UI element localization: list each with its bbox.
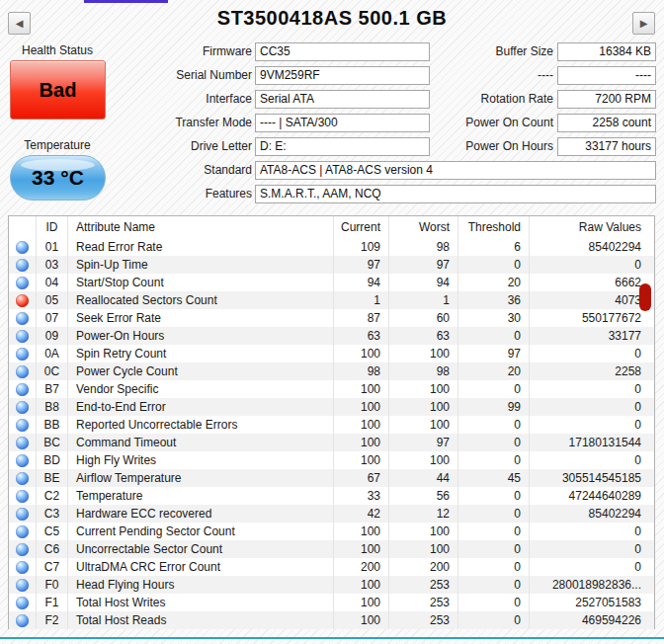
table-row[interactable]: 03Spin-Up Time979700 — [9, 256, 654, 274]
worst-column-header: Worst — [389, 216, 458, 238]
table-row[interactable]: F0Head Flying Hours1002530280018982836..… — [9, 576, 654, 594]
threshold-cell: 30 — [458, 309, 530, 327]
table-row[interactable]: B7Vendor Specific10010000 — [9, 380, 654, 398]
table-row[interactable]: C7UltraDMA CRC Error Count20020000 — [9, 558, 654, 576]
crystaldiskinfo-window: ◀ ST3500418AS 500.1 GB ▶ Health Status B… — [0, 0, 664, 644]
current-cell: 33 — [334, 487, 389, 505]
raw-values-cell: 0 — [530, 256, 654, 274]
current-cell: 109 — [334, 238, 389, 256]
current-column-header: Current — [334, 216, 389, 238]
worst-cell: 100 — [389, 451, 458, 469]
buffer-size-value[interactable]: 16384 KB — [557, 42, 656, 61]
raw-values-cell: 0 — [530, 540, 654, 558]
threshold-cell: 0 — [458, 576, 530, 594]
status-orb-icon — [16, 365, 29, 378]
attribute-name-cell: End-to-End Error — [68, 398, 334, 416]
threshold-cell: 99 — [458, 398, 530, 416]
table-row[interactable]: F1Total Host Writes10025302527051583 — [9, 594, 654, 611]
table-row[interactable]: 07Seek Error Rate876030550177672 — [9, 309, 654, 327]
health-status-badge[interactable]: Bad — [10, 60, 106, 120]
status-cell — [9, 434, 37, 451]
buffer-size-label: Buffer Size — [425, 42, 553, 61]
table-row[interactable]: 09Power-On Hours6363033177 — [9, 327, 654, 345]
table-row[interactable]: C6Uncorrectable Sector Count10010000 — [9, 540, 654, 558]
power-on-count-value[interactable]: 2258 count — [557, 114, 656, 132]
id-cell: 05 — [37, 291, 68, 309]
temperature-badge[interactable]: 33 °C — [10, 155, 106, 201]
worst-cell: 1 — [389, 291, 458, 309]
rotation-rate-value[interactable]: 7200 RPM — [557, 90, 656, 109]
table-row[interactable]: 01Read Error Rate10998685402294 — [9, 238, 654, 256]
firmware-value[interactable]: CC35 — [255, 42, 430, 61]
attribute-name-cell: Spin Retry Count — [68, 345, 334, 362]
status-orb-icon — [16, 330, 29, 343]
raw-values-cell: 469594226 — [530, 611, 654, 629]
status-orb-icon — [16, 437, 29, 449]
transfer-mode-value[interactable]: ---- | SATA/300 — [255, 114, 430, 132]
attribute-name-cell: Current Pending Sector Count — [68, 523, 334, 540]
worst-cell: 200 — [389, 558, 458, 576]
threshold-cell: 0 — [458, 434, 530, 451]
attribute-name-cell: Power-On Hours — [68, 327, 334, 345]
table-row[interactable]: BCCommand Timeout10097017180131544 — [9, 434, 654, 451]
table-row[interactable]: C2Temperature3356047244640289 — [9, 487, 654, 505]
current-cell: 100 — [334, 434, 389, 451]
status-orb-icon — [16, 383, 29, 396]
status-orb-icon — [16, 294, 29, 307]
table-row[interactable]: C3Hardware ECC recovered4212085402294 — [9, 505, 654, 523]
id-cell: F1 — [37, 594, 68, 611]
table-row[interactable]: 05Reallocated Sectors Count11364073 — [9, 291, 654, 309]
current-cell: 42 — [334, 505, 389, 523]
status-cell — [9, 309, 37, 327]
current-cell: 87 — [334, 309, 389, 327]
table-row[interactable]: 0ASpin Retry Count100100970 — [9, 345, 654, 362]
threshold-cell: 0 — [458, 451, 530, 469]
current-cell: 100 — [334, 380, 389, 398]
status-orb-icon — [16, 597, 29, 609]
worst-cell: 100 — [389, 398, 458, 416]
id-cell: 09 — [37, 327, 68, 345]
threshold-cell: 97 — [458, 345, 530, 362]
table-row[interactable]: B8End-to-End Error100100990 — [9, 398, 654, 416]
worst-cell: 12 — [389, 505, 458, 523]
current-cell: 63 — [334, 327, 389, 345]
raw-values-cell: 47244640289 — [530, 487, 654, 505]
attribute-name-cell: Power Cycle Count — [68, 362, 334, 380]
worst-cell: 100 — [389, 523, 458, 540]
serial-number-value[interactable]: 9VM259RF — [255, 66, 430, 85]
id-cell: B8 — [37, 398, 68, 416]
status-cell — [9, 594, 37, 611]
current-cell: 100 — [334, 416, 389, 434]
table-row[interactable]: 04Start/Stop Count9494206662 — [9, 274, 654, 291]
smart-table-body: 01Read Error Rate1099868540229403Spin-Up… — [9, 238, 654, 629]
raw-values-cell: 4073 — [530, 291, 654, 309]
table-row[interactable]: BDHigh Fly Writes10010000 — [9, 451, 654, 469]
standard-value[interactable]: ATA8-ACS | ATA8-ACS version 4 — [255, 161, 656, 180]
worst-cell: 44 — [389, 469, 458, 487]
worst-cell: 97 — [389, 434, 458, 451]
table-row[interactable]: 0CPower Cycle Count9898202258 — [9, 362, 654, 380]
threshold-cell: 20 — [458, 274, 530, 291]
id-cell: 04 — [37, 274, 68, 291]
table-row[interactable]: BEAirflow Temperature674445305514545185 — [9, 469, 654, 487]
drive-letter-value[interactable]: D: E: — [255, 137, 430, 156]
table-row[interactable]: BBReported Uncorrectable Errors10010000 — [9, 416, 654, 434]
raw-values-column-header: Raw Values — [530, 216, 654, 238]
attribute-name-cell: Spin-Up Time — [68, 256, 334, 274]
features-value[interactable]: S.M.A.R.T., AAM, NCQ — [255, 185, 656, 203]
features-label: Features — [109, 185, 252, 203]
raw-values-cell: 280018982836... — [530, 576, 654, 594]
attribute-name-cell: High Fly Writes — [68, 451, 334, 469]
nv-cache-value[interactable]: ---- — [557, 66, 656, 85]
attribute-name-cell: Read Error Rate — [68, 238, 334, 256]
id-cell: BB — [37, 416, 68, 434]
status-cell — [9, 451, 37, 469]
attribute-name-cell: Head Flying Hours — [68, 576, 334, 594]
interface-value[interactable]: Serial ATA — [255, 90, 430, 109]
attribute-name-cell: Total Host Writes — [68, 594, 334, 611]
raw-values-cell: 85402294 — [530, 505, 654, 523]
table-row[interactable]: F2Total Host Reads1002530469594226 — [9, 611, 654, 629]
table-row[interactable]: C5Current Pending Sector Count10010000 — [9, 523, 654, 540]
next-drive-button[interactable]: ▶ — [632, 12, 655, 35]
power-on-hours-value[interactable]: 33177 hours — [557, 137, 656, 156]
